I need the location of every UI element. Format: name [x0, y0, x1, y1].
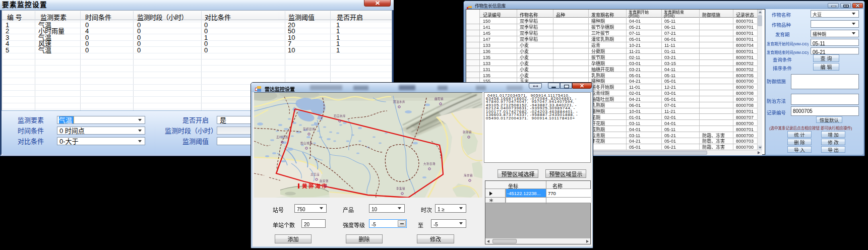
svg-text:团泊水库: 团泊水库 [393, 100, 405, 104]
svg-text:新港镇: 新港镇 [463, 130, 472, 134]
svg-text:曲阳镇: 曲阳镇 [435, 97, 444, 101]
svg-text:盐山城关: 盐山城关 [300, 141, 313, 145]
svg-text:黄骅海市: 黄骅海市 [302, 182, 328, 190]
svg-text:龙王庙: 龙王庙 [311, 172, 320, 176]
svg-text:李集镇: 李集镇 [396, 186, 405, 191]
svg-text:大孙农场: 大孙农场 [423, 162, 436, 166]
svg-text:孟村回族: 孟村回族 [276, 135, 288, 139]
svg-text:海丰镇: 海丰镇 [464, 173, 473, 177]
svg-text:石臼水库: 石臼水库 [334, 114, 346, 118]
svg-text:吴桥县城: 吴桥县城 [303, 127, 315, 131]
svg-text:赵家堡: 赵家堡 [320, 179, 329, 183]
